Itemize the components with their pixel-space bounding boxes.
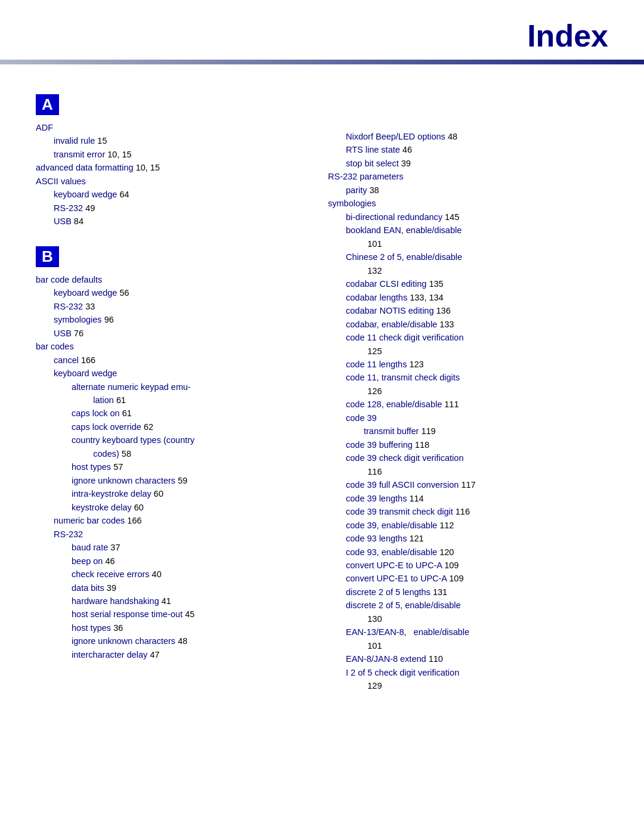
page-title: Index (36, 18, 608, 54)
list-item: invalid rule 15 (54, 134, 286, 147)
list-item: discrete 2 of 5, enable/disable 130 (346, 599, 608, 625)
list-item: bar code defaults (36, 273, 286, 286)
list-item: transmit buffer 119 (364, 425, 608, 438)
list-item: alternate numeric keypad emu- lation 61 (72, 380, 286, 407)
list-item: EAN-8/JAN-8 extend 110 (346, 652, 608, 665)
list-item: ignore unknown characters 48 (72, 634, 286, 648)
list-item: caps lock override 62 (72, 420, 286, 433)
list-item: code 39 (346, 411, 608, 425)
list-item: symbologies (328, 197, 608, 210)
list-item: host types 36 (72, 621, 286, 634)
list-item: codabar NOTIS editing 136 (346, 304, 608, 317)
right-entries: Nixdorf Beep/LED options 48 RTS line sta… (310, 130, 608, 693)
list-item: intercharacter delay 47 (72, 648, 286, 661)
section-b: B bar code defaults keyboard wedge 56 RS… (36, 246, 286, 662)
right-column: Nixdorf Beep/LED options 48 RTS line sta… (310, 94, 608, 693)
list-item: symbologies 96 (54, 313, 286, 326)
list-item: code 39 check digit verification 116 (346, 451, 608, 478)
list-item: beep on 46 (72, 555, 286, 568)
list-item: bar codes (36, 340, 286, 353)
list-item: keyboard wedge 64 (54, 188, 286, 201)
list-item: numeric bar codes 166 (54, 514, 286, 527)
left-column: A ADF invalid rule 15 transmit error 10,… (36, 94, 286, 693)
list-item: convert UPC-E to UPC-A 109 (346, 559, 608, 572)
list-item: RS-232 parameters (328, 170, 608, 183)
list-item: code 128, enable/disable 111 (346, 398, 608, 411)
list-item: code 39 transmit check digit 116 (346, 505, 608, 518)
list-item: code 39 buffering 118 (346, 438, 608, 451)
list-item: code 11 check digit verification 125 (346, 331, 608, 358)
list-item: EAN-13/EAN-8, enable/disable 101 (346, 625, 608, 652)
list-item: transmit error 10, 15 (54, 148, 286, 161)
list-item: code 39, enable/disable 112 (346, 519, 608, 532)
list-item: RS-232 49 (54, 202, 286, 215)
list-item: USB 84 (54, 215, 286, 228)
list-item: Nixdorf Beep/LED options 48 (346, 130, 608, 143)
list-item: code 93, enable/disable 120 (346, 546, 608, 559)
list-item: data bits 39 (72, 581, 286, 594)
list-item: caps lock on 61 (72, 407, 286, 420)
list-item: ADF (36, 121, 286, 134)
list-item: discrete 2 of 5 lengths 131 (346, 586, 608, 599)
list-item: host types 57 (72, 460, 286, 473)
list-item: bookland EAN, enable/disable 101 (346, 224, 608, 250)
list-item: parity 38 (346, 184, 608, 197)
list-item: code 93 lengths 121 (346, 532, 608, 545)
list-item: code 11, transmit check digits 126 (346, 371, 608, 398)
list-item: code 39 full ASCII conversion 117 (346, 478, 608, 491)
list-item: cancel 166 (54, 354, 286, 367)
list-item: codabar, enable/disable 133 (346, 318, 608, 331)
section-a: A ADF invalid rule 15 transmit error 10,… (36, 94, 286, 228)
list-item: code 11 lengths 123 (346, 358, 608, 371)
list-item: keystroke delay 60 (72, 501, 286, 514)
list-item: country keyboard types (country codes) 5… (72, 433, 286, 460)
list-item: ignore unknown characters 59 (72, 474, 286, 487)
list-item: host serial response time-out 45 (72, 608, 286, 621)
list-item: stop bit select 39 (346, 157, 608, 170)
list-item: baud rate 37 (72, 541, 286, 554)
header-section: Index (0, 0, 644, 60)
list-item: intra-keystroke delay 60 (72, 487, 286, 500)
list-item: keyboard wedge 56 (54, 286, 286, 299)
list-item: codabar CLSI editing 135 (346, 277, 608, 290)
section-letter-b: B (36, 246, 59, 267)
list-item: convert UPC-E1 to UPC-A 109 (346, 572, 608, 585)
list-item: check receive errors 40 (72, 568, 286, 581)
list-item: Chinese 2 of 5, enable/disable 132 (346, 250, 608, 277)
list-item: keyboard wedge (54, 367, 286, 380)
list-item: I 2 of 5 check digit verification 129 (346, 666, 608, 693)
list-item: advanced data formatting 10, 15 (36, 161, 286, 174)
list-item: RS-232 (54, 528, 286, 541)
header-bar (0, 60, 644, 64)
list-item: ASCII values (36, 175, 286, 188)
list-item: bi-directional redundancy 145 (346, 210, 608, 224)
content-area: A ADF invalid rule 15 transmit error 10,… (0, 82, 644, 717)
list-item: USB 76 (54, 327, 286, 340)
list-item: RTS line state 46 (346, 143, 608, 156)
list-item: codabar lengths 133, 134 (346, 291, 608, 304)
section-letter-a: A (36, 94, 59, 115)
list-item: code 39 lengths 114 (346, 492, 608, 505)
list-item: RS-232 33 (54, 300, 286, 313)
list-item: hardware handshaking 41 (72, 594, 286, 608)
